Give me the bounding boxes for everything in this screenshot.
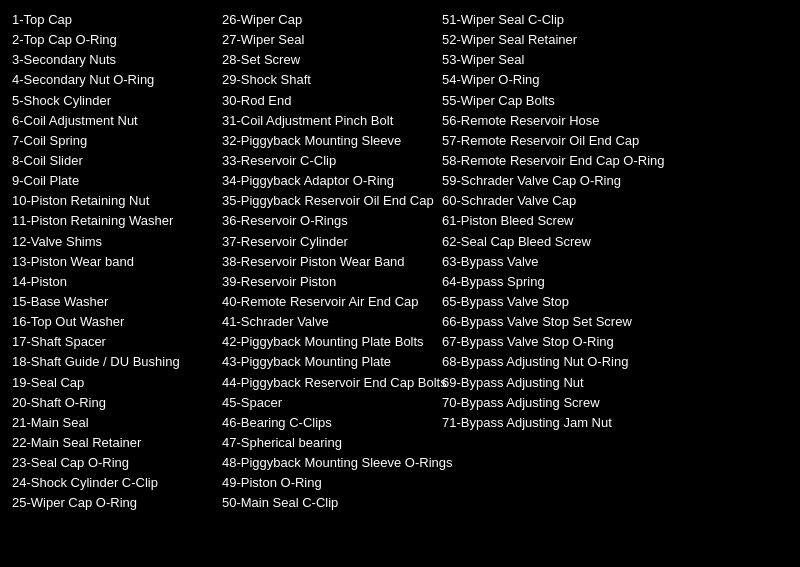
list-item: 27-Wiper Seal: [222, 30, 432, 50]
list-item: 42-Piggyback Mounting Plate Bolts: [222, 332, 432, 352]
list-item: 18-Shaft Guide / DU Bushing: [12, 352, 212, 372]
parts-list: 1-Top Cap2-Top Cap O-Ring3-Secondary Nut…: [12, 10, 788, 514]
list-item: 56-Remote Reservoir Hose: [442, 111, 778, 131]
list-item: 65-Bypass Valve Stop: [442, 292, 778, 312]
list-item: 62-Seal Cap Bleed Screw: [442, 232, 778, 252]
list-item: 54-Wiper O-Ring: [442, 70, 778, 90]
list-item: 16-Top Out Washer: [12, 312, 212, 332]
list-item: 10-Piston Retaining Nut: [12, 191, 212, 211]
list-item: 19-Seal Cap: [12, 373, 212, 393]
list-item: 26-Wiper Cap: [222, 10, 432, 30]
list-item: 3-Secondary Nuts: [12, 50, 212, 70]
list-item: 37-Reservoir Cylinder: [222, 232, 432, 252]
list-item: 57-Remote Reservoir Oil End Cap: [442, 131, 778, 151]
list-item: 44-Piggyback Reservoir End Cap Bolts: [222, 373, 432, 393]
list-item: 4-Secondary Nut O-Ring: [12, 70, 212, 90]
list-item: 34-Piggyback Adaptor O-Ring: [222, 171, 432, 191]
list-item: 68-Bypass Adjusting Nut O-Ring: [442, 352, 778, 372]
list-item: 46-Bearing C-Clips: [222, 413, 432, 433]
list-item: 9-Coil Plate: [12, 171, 212, 191]
list-item: 24-Shock Cylinder C-Clip: [12, 473, 212, 493]
column-2: 26-Wiper Cap27-Wiper Seal28-Set Screw29-…: [222, 10, 442, 514]
list-item: 35-Piggyback Reservoir Oil End Cap: [222, 191, 432, 211]
list-item: 13-Piston Wear band: [12, 252, 212, 272]
list-item: 53-Wiper Seal: [442, 50, 778, 70]
list-item: 50-Main Seal C-Clip: [222, 493, 432, 513]
list-item: 36-Reservoir O-Rings: [222, 211, 432, 231]
list-item: 7-Coil Spring: [12, 131, 212, 151]
list-item: 41-Schrader Valve: [222, 312, 432, 332]
list-item: 60-Schrader Valve Cap: [442, 191, 778, 211]
column-3: 51-Wiper Seal C-Clip52-Wiper Seal Retain…: [442, 10, 788, 514]
list-item: 66-Bypass Valve Stop Set Screw: [442, 312, 778, 332]
list-item: 45-Spacer: [222, 393, 432, 413]
list-item: 49-Piston O-Ring: [222, 473, 432, 493]
list-item: 40-Remote Reservoir Air End Cap: [222, 292, 432, 312]
list-item: 61-Piston Bleed Screw: [442, 211, 778, 231]
list-item: 71-Bypass Adjusting Jam Nut: [442, 413, 778, 433]
list-item: 25-Wiper Cap O-Ring: [12, 493, 212, 513]
list-item: 43-Piggyback Mounting Plate: [222, 352, 432, 372]
list-item: 58-Remote Reservoir End Cap O-Ring: [442, 151, 778, 171]
list-item: 1-Top Cap: [12, 10, 212, 30]
list-item: 29-Shock Shaft: [222, 70, 432, 90]
list-item: 28-Set Screw: [222, 50, 432, 70]
list-item: 8-Coil Slider: [12, 151, 212, 171]
list-item: 32-Piggyback Mounting Sleeve: [222, 131, 432, 151]
list-item: 52-Wiper Seal Retainer: [442, 30, 778, 50]
list-item: 67-Bypass Valve Stop O-Ring: [442, 332, 778, 352]
list-item: 30-Rod End: [222, 91, 432, 111]
list-item: 70-Bypass Adjusting Screw: [442, 393, 778, 413]
column-1: 1-Top Cap2-Top Cap O-Ring3-Secondary Nut…: [12, 10, 222, 514]
list-item: 11-Piston Retaining Washer: [12, 211, 212, 231]
list-item: 14-Piston: [12, 272, 212, 292]
list-item: 21-Main Seal: [12, 413, 212, 433]
list-item: 64-Bypass Spring: [442, 272, 778, 292]
list-item: 63-Bypass Valve: [442, 252, 778, 272]
list-item: 59-Schrader Valve Cap O-Ring: [442, 171, 778, 191]
list-item: 17-Shaft Spacer: [12, 332, 212, 352]
list-item: 48-Piggyback Mounting Sleeve O-Rings: [222, 453, 432, 473]
list-item: 47-Spherical bearing: [222, 433, 432, 453]
list-item: 51-Wiper Seal C-Clip: [442, 10, 778, 30]
list-item: 2-Top Cap O-Ring: [12, 30, 212, 50]
list-item: 69-Bypass Adjusting Nut: [442, 373, 778, 393]
list-item: 22-Main Seal Retainer: [12, 433, 212, 453]
list-item: 23-Seal Cap O-Ring: [12, 453, 212, 473]
list-item: 39-Reservoir Piston: [222, 272, 432, 292]
list-item: 33-Reservoir C-Clip: [222, 151, 432, 171]
list-item: 6-Coil Adjustment Nut: [12, 111, 212, 131]
list-item: 38-Reservoir Piston Wear Band: [222, 252, 432, 272]
list-item: 31-Coil Adjustment Pinch Bolt: [222, 111, 432, 131]
list-item: 20-Shaft O-Ring: [12, 393, 212, 413]
list-item: 12-Valve Shims: [12, 232, 212, 252]
list-item: 15-Base Washer: [12, 292, 212, 312]
list-item: 5-Shock Cylinder: [12, 91, 212, 111]
list-item: 55-Wiper Cap Bolts: [442, 91, 778, 111]
